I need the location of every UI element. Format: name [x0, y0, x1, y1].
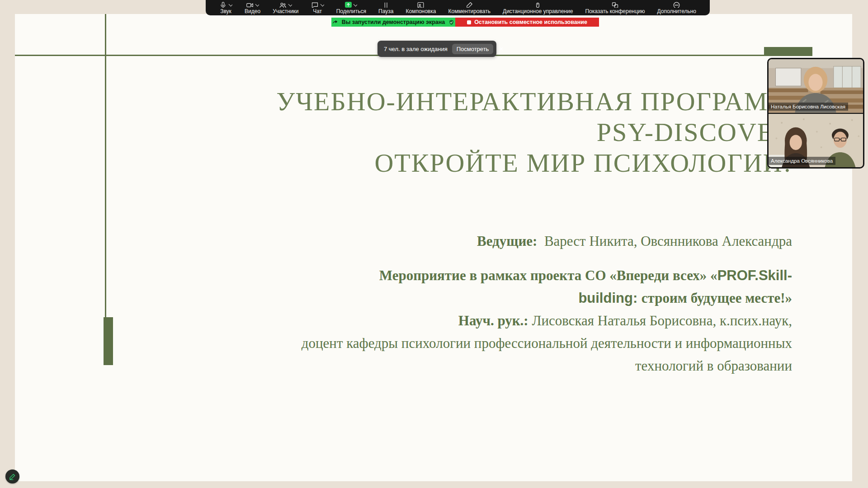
toolbar-item-share-screen[interactable]: Поделиться — [336, 2, 366, 15]
slide-body-line: технологий в образовании — [302, 355, 792, 377]
toolbar-item-video-camera[interactable]: Видео — [245, 2, 260, 15]
slide-text-segment: building: — [578, 290, 641, 306]
shared-slide: УЧЕБНО-ИНТЕРАКТИВНАЯ ПРОГРАММPSY-DISCOVE… — [15, 14, 852, 481]
slide-accent-rectangle — [764, 47, 812, 56]
toolbar-item-show-conference[interactable]: Показать конференцию — [585, 2, 645, 15]
participant-video-tile[interactable]: Наталья Борисовна Лисовская — [769, 59, 863, 113]
toolbar-item-label: Участники — [273, 8, 298, 14]
slide-body-line: Науч. рук.: Лисовская Наталья Борисовна,… — [302, 310, 792, 332]
close-icon[interactable]: ✕ — [499, 46, 504, 52]
stop-square-icon — [467, 20, 471, 24]
slide-body-line: Ведущие: Варест Никита, Овсянникова Алек… — [302, 230, 792, 253]
shield-check-icon — [448, 19, 454, 25]
toolbar-item-label: Компоновка — [406, 8, 436, 14]
toolbar-item-label: Звук — [220, 8, 231, 14]
slide-accent-bar — [104, 317, 113, 365]
pencil-icon — [9, 473, 16, 480]
layout-icon — [417, 2, 425, 8]
share-arrow-icon — [332, 19, 338, 25]
slide-text-segment: Лисовская Наталья Борисовна, к.псих.наук… — [532, 313, 792, 328]
slide-text-segment: PROF.Skill- — [717, 267, 792, 283]
toolbar-item-label: Показать конференцию — [585, 8, 645, 14]
slide-title-line: УЧЕБНО-ИНТЕРАКТИВНАЯ ПРОГРАММ — [276, 86, 793, 117]
waiting-room-text: 7 чел. в зале ожидания — [384, 46, 448, 52]
toolbar-item-more[interactable]: Дополнительно — [657, 2, 696, 15]
toolbar-item-label: Видео — [245, 8, 260, 14]
stop-banner-text: Остановить совместное использование — [474, 19, 587, 25]
toolbar-item-chat[interactable]: Чат — [311, 2, 324, 15]
slide-text-segment: технологий в образовании — [635, 358, 792, 374]
slide-text-segment: Варест Никита, Овсянникова Александра — [537, 233, 792, 249]
slide-title-line: ОТКРОЙТЕ МИР ПСИХОЛОГИИ! — [276, 148, 793, 178]
chat-icon — [311, 2, 324, 8]
toolbar-item-layout[interactable]: Компоновка — [406, 2, 436, 15]
share-banner-text: Вы запустили демонстрацию экрана — [342, 19, 445, 25]
toolbar-item-annotate[interactable]: Комментировать — [448, 2, 491, 15]
meeting-toolbar: ЗвукВидеоУчастникиЧатПоделитьсяПаузаКомп… — [206, 0, 710, 15]
annotate-fab-button[interactable] — [5, 469, 19, 483]
view-waiting-room-button[interactable]: Посмотреть — [452, 44, 494, 54]
chevron-down-icon[interactable] — [229, 2, 232, 7]
toolbar-item-label: Поделиться — [336, 8, 366, 14]
waiting-room-toast: 7 чел. в зале ожидания Посмотреть ✕ — [377, 41, 496, 57]
toolbar-item-label: Дистанционное управление — [503, 8, 573, 14]
toolbar-item-label: Чат — [313, 8, 322, 14]
video-camera-icon — [246, 2, 259, 8]
slide-body-line: Мероприятие в рамках проекта СО «Впереди… — [302, 264, 792, 287]
toolbar-item-microphone[interactable]: Звук — [219, 2, 232, 15]
toolbar-item-label: Дополнительно — [657, 8, 696, 14]
participants-icon — [279, 2, 292, 8]
chevron-down-icon[interactable] — [255, 2, 259, 7]
toolbar-item-label: Пауза — [378, 8, 393, 14]
microphone-icon — [219, 2, 232, 8]
annotate-icon — [466, 2, 473, 8]
toolbar-item-remote-control[interactable]: Дистанционное управление — [503, 2, 573, 15]
chevron-down-icon[interactable] — [320, 2, 324, 7]
share-screen-icon — [345, 2, 357, 8]
toolbar-item-label: Комментировать — [448, 8, 491, 14]
more-icon — [673, 2, 680, 8]
slide-title-line: PSY-DISCOVER — [276, 117, 793, 148]
slide-text-segment: доцент кафедры психологии профессиональн… — [302, 335, 792, 351]
toolbar-item-participants[interactable]: Участники — [273, 2, 298, 15]
slide-text-segment: строим будущее месте!» — [642, 290, 792, 306]
pause-icon — [382, 2, 390, 8]
chevron-down-icon[interactable] — [288, 2, 292, 7]
slide-text-segment: Ведущие: — [477, 233, 537, 249]
chevron-down-icon[interactable] — [354, 2, 357, 7]
toolbar-item-pause[interactable]: Пауза — [378, 2, 393, 15]
slide-body-text: Ведущие: Варест Никита, Овсянникова Алек… — [302, 230, 792, 377]
participant-name-label: Александра Овсянникова — [769, 157, 835, 165]
slide-text-segment: Мероприятие в рамках проекта СО «Впереди… — [379, 267, 717, 283]
remote-control-icon — [534, 2, 542, 8]
participant-name-label: Наталья Борисовна Лисовская — [769, 103, 848, 111]
stop-share-button[interactable]: Остановить совместное использование — [455, 18, 599, 27]
slide-text-segment: Науч. рук.: — [458, 313, 532, 328]
participant-video-strip: Наталья Борисовна Лисовская Александра О… — [767, 58, 864, 169]
slide-body-line: building: строим будущее месте!» — [302, 287, 792, 310]
screen-share-status-banner: Вы запустили демонстрацию экрана — [331, 18, 455, 27]
slide-vertical-accent-line — [105, 14, 106, 317]
show-conference-icon — [611, 2, 619, 8]
slide-title: УЧЕБНО-ИНТЕРАКТИВНАЯ ПРОГРАММPSY-DISCOVE… — [276, 86, 793, 178]
participant-video-tile[interactable]: Александра Овсянникова — [769, 113, 863, 168]
slide-body-line: доцент кафедры психологии профессиональн… — [302, 332, 792, 355]
